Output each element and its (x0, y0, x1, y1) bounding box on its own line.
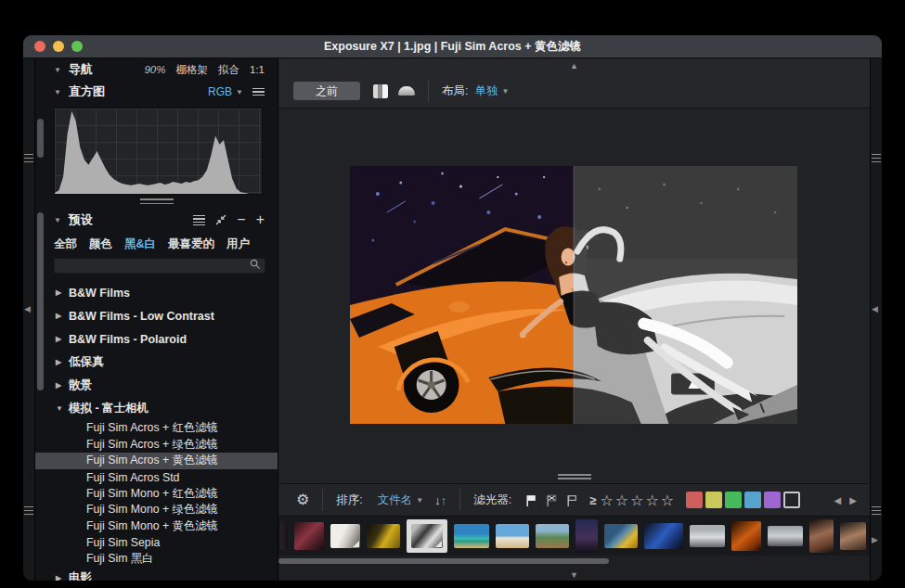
thumb-jetski[interactable] (604, 524, 638, 548)
preset-item[interactable]: Fuji Sim Sepia (35, 534, 278, 551)
thumb-beach-tropical[interactable] (454, 524, 489, 548)
chevron-right-icon[interactable]: ▶ (56, 288, 69, 297)
maximize-window-button[interactable] (71, 41, 83, 52)
preset-group[interactable]: ▶B&W Films - Polaroid (35, 327, 278, 351)
filmstrip-scrollbar[interactable] (278, 558, 609, 564)
preset-item[interactable]: Fuji Sim Mono + 绿色滤镜 (35, 502, 278, 518)
preset-tab-3[interactable]: 黑&白 (124, 236, 156, 252)
preview-photo[interactable] (350, 166, 797, 424)
thumb-orange-model[interactable] (731, 521, 761, 551)
viewer-splitter-handle[interactable] (558, 474, 591, 480)
star-icon[interactable]: ☆ (630, 492, 643, 509)
histogram-scrollbar[interactable] (37, 119, 44, 158)
preset-item[interactable]: Fuji Sim Acros + 绿色滤镜 (35, 437, 278, 454)
close-window-button[interactable] (34, 41, 45, 52)
preset-item[interactable]: Fuji Sim Acros Std (35, 469, 278, 486)
collapse-toolbar-icon[interactable]: ▲ (570, 61, 578, 70)
preset-item[interactable]: Fuji Sim Mono + 黄色滤镜 (35, 518, 278, 535)
star-icon[interactable]: ☆ (645, 492, 658, 509)
soft-proof-icon[interactable] (398, 86, 415, 96)
channel-selector[interactable]: RGB (208, 85, 232, 98)
left-panel-drag-handle[interactable] (24, 154, 33, 163)
split-preview-icon[interactable] (373, 84, 388, 98)
preset-group[interactable]: ▶低保真 (35, 351, 278, 374)
minimize-window-button[interactable] (53, 41, 64, 52)
preset-tab-2[interactable]: 颜色 (89, 236, 112, 252)
preset-item[interactable]: Fuji Sim Acros + 黄色滤镜 (35, 453, 278, 469)
right-panel-drag-handle-2[interactable] (872, 506, 881, 516)
no-color-label-swatch[interactable] (783, 492, 800, 508)
preset-item[interactable]: Fuji Sim 黑白 (35, 551, 278, 568)
chevron-right-icon[interactable]: ▶ (56, 381, 69, 390)
thumb-bw-car[interactable] (411, 524, 443, 548)
thumb-bw-art[interactable] (330, 524, 360, 548)
rating-operator[interactable]: ≥ (589, 493, 596, 507)
thumb-white-car[interactable] (690, 525, 725, 547)
chevron-down-icon[interactable]: ▼ (54, 216, 61, 224)
selected-thumbnail-frame[interactable] (407, 519, 447, 553)
left-panel-drag-handle-2[interactable] (24, 506, 33, 516)
thumb-landscape[interactable] (536, 524, 569, 548)
preset-group[interactable]: ▼模拟 - 富士相机 (35, 397, 278, 420)
sort-field-selector[interactable]: 文件名 (378, 492, 413, 508)
navigation-header[interactable]: ▼ 导航 90% 棚格架 拟合 1:1 (35, 58, 278, 81)
chevron-down-icon[interactable]: ▼ (236, 88, 243, 96)
flag-pick-icon[interactable] (524, 493, 538, 507)
thumb-face-2[interactable] (840, 522, 866, 550)
chevron-down-icon[interactable]: ▼ (54, 88, 61, 96)
chevron-down-icon[interactable]: ▼ (54, 66, 61, 74)
zoom-mode-fill[interactable]: 棚格架 (176, 63, 209, 77)
panel-splitter-handle[interactable] (140, 198, 174, 205)
thumb-partial[interactable] (280, 522, 288, 550)
zoom-mode-1-1[interactable]: 1:1 (250, 64, 265, 75)
chevron-down-icon[interactable]: ▼ (416, 496, 423, 505)
thumb-portrait-red[interactable] (294, 522, 324, 550)
zoom-percent[interactable]: 90% (144, 64, 165, 75)
star-icon[interactable]: ☆ (661, 492, 674, 509)
preset-search-input[interactable] (54, 258, 265, 274)
preset-group[interactable]: ▶散景 (35, 374, 278, 397)
thumb-face-1[interactable] (809, 519, 834, 553)
chevron-right-icon[interactable]: ▶ (56, 358, 69, 366)
zoom-mode-fit[interactable]: 拟合 (218, 63, 239, 77)
thumb-beach-sand[interactable] (496, 524, 529, 548)
color-label-swatch-4[interactable] (744, 492, 761, 508)
sort-asc-icon[interactable]: ↑ (441, 493, 447, 507)
star-icon[interactable]: ☆ (615, 492, 628, 509)
chevron-right-icon[interactable]: ▶ (56, 574, 69, 581)
preset-tab-4[interactable]: 最喜爱的 (168, 236, 214, 252)
remove-preset-icon[interactable]: − (237, 212, 245, 227)
before-button[interactable]: 之前 (293, 82, 360, 100)
preset-group[interactable]: ▶B&W Films (35, 281, 278, 304)
chevron-down-icon[interactable]: ▼ (56, 404, 69, 413)
color-label-swatch-3[interactable] (725, 492, 742, 508)
preset-scrollbar[interactable] (37, 212, 44, 390)
preset-tab-1[interactable]: 全部 (54, 236, 77, 252)
thumb-blue-car[interactable] (644, 523, 683, 549)
color-label-swatch-1[interactable] (686, 492, 703, 508)
filmstrip-next-icon[interactable]: ▶ (849, 495, 857, 505)
thumb-portrait-dark[interactable] (575, 519, 598, 553)
histogram-menu-icon[interactable] (252, 88, 265, 96)
star-icon[interactable]: ☆ (600, 492, 613, 509)
preset-tab-5[interactable]: 用户 (226, 236, 250, 252)
chevron-down-icon[interactable]: ▼ (501, 87, 509, 96)
color-label-swatch-2[interactable] (705, 492, 722, 508)
histogram-header[interactable]: ▼ 直方图 RGB ▼ (35, 81, 278, 103)
chevron-right-icon[interactable]: ▶ (56, 312, 69, 320)
filmstrip-prev-icon[interactable]: ◀ (834, 495, 842, 505)
preset-item[interactable]: Fuji Sim Acros + 红色滤镜 (35, 420, 278, 437)
sort-direction-toggle[interactable]: ↓ ↑ (434, 493, 446, 507)
right-panel-drag-handle[interactable] (872, 154, 881, 163)
collapse-filmstrip-icon[interactable]: ▼ (570, 570, 578, 580)
preset-item[interactable]: Fuji Sim Mono + 红色滤镜 (35, 485, 278, 502)
thumb-white-car-2[interactable] (768, 526, 803, 546)
add-preset-icon[interactable]: + (256, 212, 265, 227)
collapse-all-icon[interactable] (215, 214, 226, 225)
preset-list-view-icon[interactable] (193, 215, 205, 225)
expand-right-panel-icon[interactable]: ◀ (872, 305, 878, 313)
layout-selector[interactable]: 单独 (474, 83, 498, 99)
preset-group[interactable]: ▶B&W Films - Low Contrast (35, 304, 278, 327)
color-label-swatch-5[interactable] (764, 492, 781, 508)
preset-group[interactable]: ▶电影 (35, 567, 278, 581)
